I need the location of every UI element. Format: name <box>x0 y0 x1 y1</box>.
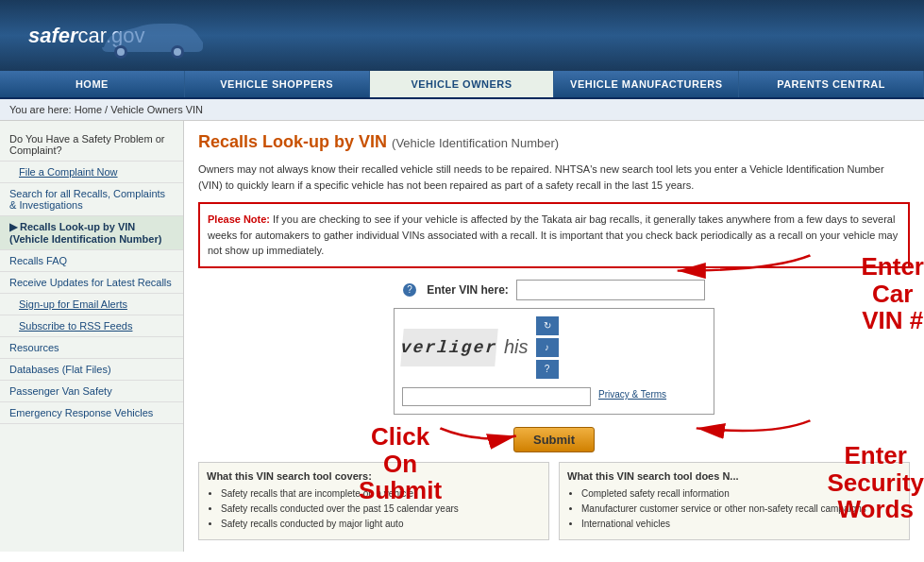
nav-vehicle-shoppers[interactable]: VEHICLE SHOPPERS <box>185 71 370 97</box>
main-layout: Do You Have a Safety Problem or Complain… <box>0 121 924 552</box>
sidebar-item-resources[interactable]: Resources <box>0 337 183 359</box>
sidebar-item-vin-lookup[interactable]: ▶ Recalls Look-up by VIN (Vehicle Identi… <box>0 216 183 250</box>
vin-form: ? Enter VIN here: verliger his ↻ ♪ ? <box>198 280 910 452</box>
car-icon <box>94 14 208 61</box>
sidebar-item-emergency-response[interactable]: Emergency Response Vehicles <box>0 402 183 424</box>
sidebar-item-receive-updates[interactable]: Receive Updates for Latest Recalls <box>0 272 183 294</box>
sidebar-item-file-complaint[interactable]: File a Complaint Now <box>0 162 183 183</box>
sidebar-item-passenger-van[interactable]: Passenger Van Safety <box>0 381 183 402</box>
breadcrumb: You are here: Home / Vehicle Owners VIN <box>0 99 924 121</box>
sidebar-arrow-icon: ▶ <box>9 221 20 232</box>
svg-point-3 <box>174 48 181 56</box>
sidebar-item-safety-header: Do You Have a Safety Problem or Complain… <box>0 128 183 162</box>
captcha-controls: ↻ ♪ ? <box>536 316 559 379</box>
navigation: HOME VEHICLE SHOPPERS VEHICLE OWNERS VEH… <box>0 71 924 99</box>
annotation-click-submit: Click On Submit <box>359 423 442 504</box>
list-item: Safety recalls conducted by major light … <box>221 517 541 532</box>
captcha-help-button[interactable]: ? <box>536 360 559 379</box>
captcha-text-input[interactable] <box>402 387 591 406</box>
nav-parents-central[interactable]: PARENTS CENTRAL <box>739 71 924 97</box>
sidebar-item-recalls-faq[interactable]: Recalls FAQ <box>0 250 183 272</box>
privacy-link[interactable]: Privacy & Terms <box>598 389 666 400</box>
info-boxes: What this VIN search tool covers: Safety… <box>198 462 910 540</box>
captcha-inner: verliger his ↻ ♪ ? <box>402 316 706 379</box>
intro-text: Owners may not always know their recalle… <box>198 162 910 193</box>
vin-help-icon[interactable]: ? <box>403 283 416 297</box>
sidebar-item-email-alerts[interactable]: Sign-up for Email Alerts <box>0 294 183 315</box>
nav-vehicle-manufacturers[interactable]: VEHICLE MANUFACTURERS <box>554 71 739 97</box>
captcha-refresh-button[interactable]: ↻ <box>536 316 559 335</box>
annotation-enter-security: Enter Security Words <box>827 442 924 523</box>
svg-point-2 <box>117 48 125 56</box>
annotation-enter-vin: Enter Car VIN # <box>862 253 924 334</box>
nav-vehicle-owners[interactable]: VEHICLE OWNERS <box>370 71 555 97</box>
page-title: Recalls Look-up by VIN (Vehicle Identifi… <box>198 132 910 152</box>
captcha-sample: his <box>504 336 529 358</box>
captcha-container: verliger his ↻ ♪ ? Privacy & Terms <box>394 308 714 415</box>
header: safercar.gov <box>0 0 924 71</box>
vin-label: Enter VIN here: <box>427 283 509 297</box>
note-text: If you are checking to see if your vehic… <box>208 213 898 256</box>
note-box: Please Note: If you are checking to see … <box>198 202 910 268</box>
content-area: Recalls Look-up by VIN (Vehicle Identifi… <box>184 121 924 552</box>
sidebar-item-databases[interactable]: Databases (Flat Files) <box>0 359 183 381</box>
captcha-image: verliger <box>400 329 497 366</box>
vin-input[interactable] <box>516 280 705 300</box>
note-label: Please Note: <box>208 213 270 225</box>
sidebar: Do You Have a Safety Problem or Complain… <box>0 121 184 552</box>
captcha-audio-button[interactable]: ♪ <box>536 338 559 357</box>
sidebar-item-search-recalls[interactable]: Search for all Recalls, Complaints & Inv… <box>0 183 183 216</box>
nav-home[interactable]: HOME <box>0 71 185 97</box>
sidebar-item-rss-feeds[interactable]: Subscribe to RSS Feeds <box>0 315 183 337</box>
vin-row: ? Enter VIN here: <box>198 280 910 300</box>
submit-button[interactable]: Submit <box>513 427 595 452</box>
